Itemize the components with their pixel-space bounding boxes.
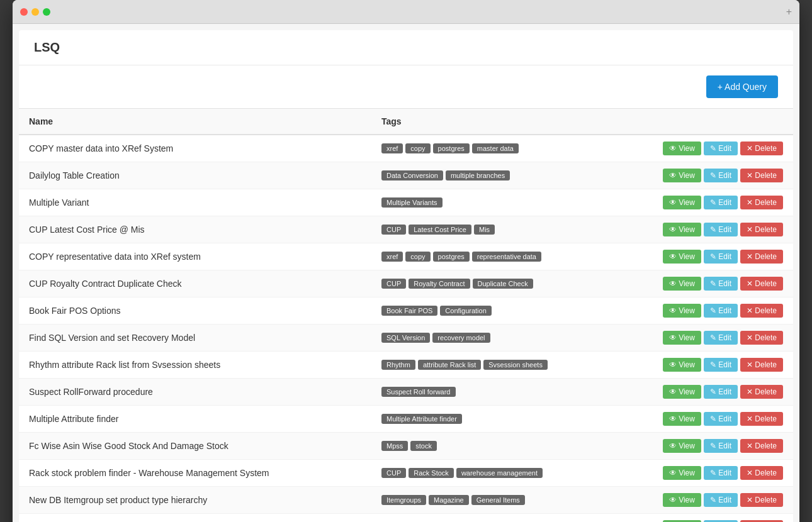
view-button[interactable]: 👁 View <box>663 169 701 182</box>
table-row: Book Fair POS OptionsBook Fair POSConfig… <box>19 297 793 325</box>
delete-button[interactable]: ✕ Delete <box>740 223 783 236</box>
table-row: CUP Royalty Contract Duplicate CheckCUPR… <box>19 270 793 297</box>
edit-button[interactable]: ✎ Edit <box>704 466 738 480</box>
button-group: 👁 View✎ Edit✕ Delete <box>663 169 783 182</box>
view-button[interactable]: 👁 View <box>663 142 701 155</box>
name-column-header: Name <box>19 109 371 135</box>
tag-badge: General Items <box>471 495 525 505</box>
row-actions: 👁 View✎ Edit✕ Delete <box>653 325 793 352</box>
tag-badge: Svsession sheets <box>483 360 548 370</box>
edit-button[interactable]: ✎ Edit <box>704 169 738 182</box>
delete-button[interactable]: ✕ Delete <box>740 250 783 264</box>
row-name: Stock Tables Compare <box>19 514 371 523</box>
button-group: 👁 View✎ Edit✕ Delete <box>663 196 783 209</box>
edit-button[interactable]: ✎ Edit <box>704 331 738 345</box>
row-tags: SQL Versionrecovery model <box>371 325 653 352</box>
view-button[interactable]: 👁 View <box>663 304 701 318</box>
row-actions: 👁 View✎ Edit✕ Delete <box>653 297 793 325</box>
button-group: 👁 View✎ Edit✕ Delete <box>663 385 783 399</box>
row-name: Multiple Attribute finder <box>19 406 371 433</box>
tag-badge: CUP <box>381 279 406 289</box>
view-button[interactable]: 👁 View <box>663 466 701 480</box>
table-row: CUP Latest Cost Price @ MisCUPLatest Cos… <box>19 216 793 243</box>
view-button[interactable]: 👁 View <box>663 439 701 453</box>
tag-badge: Duplicate Check <box>473 279 533 289</box>
delete-button[interactable]: ✕ Delete <box>740 331 783 345</box>
table-row: Fc Wise Asin Wise Good Stock And Damage … <box>19 433 793 460</box>
traffic-lights <box>20 8 50 16</box>
view-button[interactable]: 👁 View <box>663 358 701 372</box>
edit-button[interactable]: ✎ Edit <box>704 196 738 209</box>
edit-button[interactable]: ✎ Edit <box>704 385 738 399</box>
app-window: + LSQ + Add Query Name Tags COPY master … <box>13 0 799 522</box>
row-tags: ItemgroupsMagazineGeneral Items <box>371 487 653 514</box>
delete-button[interactable]: ✕ Delete <box>740 358 783 372</box>
view-button[interactable]: 👁 View <box>663 250 701 264</box>
table-row: COPY master data into XRef Systemxrefcop… <box>19 135 793 162</box>
delete-button[interactable]: ✕ Delete <box>740 277 783 291</box>
add-query-button[interactable]: + Add Query <box>706 75 778 98</box>
delete-button[interactable]: ✕ Delete <box>740 439 783 453</box>
button-group: 👁 View✎ Edit✕ Delete <box>663 250 783 264</box>
delete-button[interactable]: ✕ Delete <box>740 169 783 182</box>
row-name: Book Fair POS Options <box>19 297 371 325</box>
row-actions: 👁 View✎ Edit✕ Delete <box>653 243 793 270</box>
delete-button[interactable]: ✕ Delete <box>740 412 783 426</box>
edit-button[interactable]: ✎ Edit <box>704 493 738 507</box>
queries-table: Name Tags COPY master data into XRef Sys… <box>19 108 793 522</box>
row-actions: 👁 View✎ Edit✕ Delete <box>653 162 793 189</box>
delete-button[interactable]: ✕ Delete <box>740 196 783 209</box>
view-button[interactable]: 👁 View <box>663 277 701 291</box>
view-button[interactable]: 👁 View <box>663 412 701 426</box>
delete-button[interactable]: ✕ Delete <box>740 385 783 399</box>
row-name: CUP Latest Cost Price @ Mis <box>19 216 371 243</box>
view-button[interactable]: 👁 View <box>663 385 701 399</box>
view-button[interactable]: 👁 View <box>663 493 701 507</box>
button-group: 👁 View✎ Edit✕ Delete <box>663 412 783 426</box>
edit-button[interactable]: ✎ Edit <box>704 277 738 291</box>
button-group: 👁 View✎ Edit✕ Delete <box>663 493 783 507</box>
row-name: Rhythm attribute Rack list from Svsessio… <box>19 352 371 379</box>
edit-button[interactable]: ✎ Edit <box>704 304 738 318</box>
table-row: Rhythm attribute Rack list from Svsessio… <box>19 352 793 379</box>
tag-badge: postgres <box>433 252 470 262</box>
delete-button[interactable]: ✕ Delete <box>740 142 783 155</box>
edit-button[interactable]: ✎ Edit <box>704 439 738 453</box>
row-name: Rack stock problem finder - Warehouse Ma… <box>19 460 371 487</box>
delete-button[interactable]: ✕ Delete <box>740 493 783 507</box>
table-row: Find SQL Version and set Recovery ModelS… <box>19 325 793 352</box>
view-button[interactable]: 👁 View <box>663 196 701 209</box>
edit-button[interactable]: ✎ Edit <box>704 358 738 372</box>
edit-button[interactable]: ✎ Edit <box>704 223 738 236</box>
tags-column-header: Tags <box>371 109 653 135</box>
table-row: New DB Itemgroup set product type hierar… <box>19 487 793 514</box>
table-row: Rack stock problem finder - Warehouse Ma… <box>19 460 793 487</box>
button-group: 👁 View✎ Edit✕ Delete <box>663 466 783 480</box>
maximize-button[interactable] <box>43 8 50 16</box>
row-tags: CUPRoyalty ContractDuplicate Check <box>371 270 653 297</box>
delete-button[interactable]: ✕ Delete <box>740 466 783 480</box>
table-header-row: Name Tags <box>19 109 793 135</box>
close-button[interactable] <box>20 8 28 16</box>
main-content: LSQ + Add Query Name Tags COPY master da… <box>19 30 793 522</box>
row-actions: 👁 View✎ Edit✕ Delete <box>653 514 793 523</box>
row-actions: 👁 View✎ Edit✕ Delete <box>653 270 793 297</box>
tag-badge: warehouse management <box>456 468 543 478</box>
edit-button[interactable]: ✎ Edit <box>704 412 738 426</box>
tag-badge: Rack Stock <box>409 468 454 478</box>
row-actions: 👁 View✎ Edit✕ Delete <box>653 433 793 460</box>
minimize-button[interactable] <box>31 8 39 16</box>
view-button[interactable]: 👁 View <box>663 223 701 236</box>
edit-button[interactable]: ✎ Edit <box>704 142 738 155</box>
row-actions: 👁 View✎ Edit✕ Delete <box>653 135 793 162</box>
tag-badge: copy <box>405 143 430 153</box>
tag-badge: Mis <box>474 225 495 235</box>
view-button[interactable]: 👁 View <box>663 331 701 345</box>
edit-button[interactable]: ✎ Edit <box>704 250 738 264</box>
button-group: 👁 View✎ Edit✕ Delete <box>663 223 783 236</box>
row-tags: CUPRack Stockwarehouse management <box>371 460 653 487</box>
tag-badge: SQL Version <box>381 333 430 343</box>
row-tags: Book Fair POSConfiguration <box>371 297 653 325</box>
delete-button[interactable]: ✕ Delete <box>740 304 783 318</box>
table-row: Dailylog Table CreationData Conversionmu… <box>19 162 793 189</box>
